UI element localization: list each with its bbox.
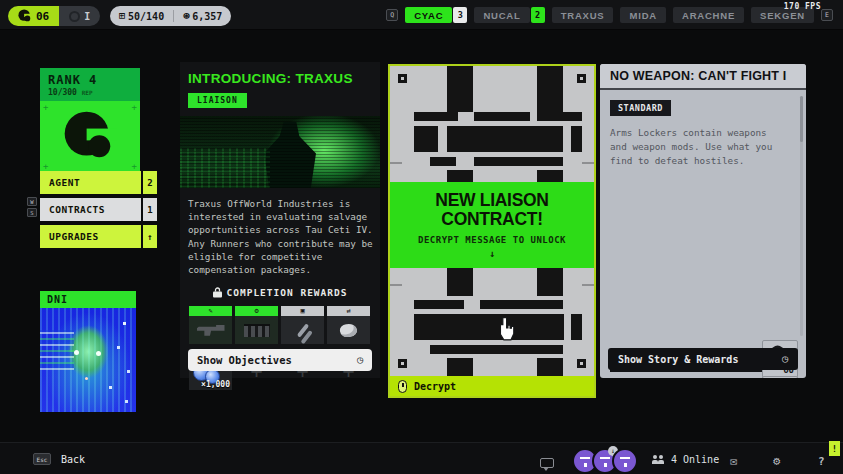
rank-header: RANK 4 10/300 REP <box>40 68 140 101</box>
mail-icon: ✉ <box>730 454 737 468</box>
finder-marker <box>577 359 586 368</box>
instance-label: I <box>84 11 90 22</box>
tab-arachne[interactable]: ARACHNE <box>673 7 744 23</box>
people-icon <box>652 455 665 465</box>
reward-tiles-row: ✎ ⚙ ▣ ⇄ <box>189 306 380 344</box>
finder-marker <box>398 359 407 368</box>
dni-header: DNI <box>40 291 136 308</box>
ring-icon <box>69 11 80 22</box>
sidebar-item-agent[interactable]: AGENT 2 <box>40 171 157 194</box>
show-objectives-button[interactable]: Show Objectives ◷ <box>188 349 372 371</box>
down-arrow-icon: ↓ <box>489 248 495 259</box>
marker-icon: ✎ <box>189 306 232 316</box>
chat-icon <box>540 458 554 468</box>
cyac-logo-icon <box>63 110 117 164</box>
rifle-item-icon <box>197 325 225 336</box>
contracts-badge: 1 <box>143 198 157 221</box>
dni-panel[interactable]: DNI <box>40 291 136 412</box>
mission-header: NO WEAPON: CAN'T FIGHT I <box>600 64 806 90</box>
finder-marker <box>577 74 586 83</box>
settings-button[interactable]: ⚙ <box>773 455 780 467</box>
mission-title: NO WEAPON: CAN'T FIGHT I <box>610 69 787 83</box>
back-button[interactable]: Esc Back <box>33 453 85 465</box>
online-count: 4 Online <box>671 454 719 465</box>
mouse-icon <box>398 380 407 393</box>
material-item-icon <box>339 323 358 338</box>
barcode-pattern <box>390 268 594 376</box>
glitch-overlay <box>40 330 74 370</box>
story-panel: INTRODUCING: TRAXUS LIAISON Traxus OffWo… <box>180 62 380 378</box>
alert-badge[interactable]: ! <box>829 441 840 456</box>
reward-tile-weapon[interactable]: ✎ <box>189 306 232 344</box>
gear-icon: ⚙ <box>773 454 780 468</box>
reward-tile-attachment[interactable]: ⚙ <box>235 306 278 344</box>
scrollbar-thumb[interactable] <box>800 96 803 142</box>
story-image <box>180 116 380 188</box>
barcode-top <box>390 66 594 182</box>
inventory-count: 50/140 <box>128 11 164 22</box>
contract-title: NEW LIAISON CONTRACT! <box>412 191 572 228</box>
top-bar: 06 I ⊞ 50/140 ⊛ 6,357 170 FPS Q CYAC 3 N… <box>0 0 843 30</box>
lock-icon <box>213 287 222 298</box>
mail-button[interactable]: ✉ <box>730 455 737 467</box>
reward-tile-material[interactable]: ⇄ <box>327 306 370 344</box>
faction-emblem: + + + + <box>40 101 140 173</box>
q-keycap: Q <box>386 9 398 21</box>
avatar-logo-icon <box>579 456 591 467</box>
chat-button[interactable] <box>540 458 554 468</box>
rank-rep: 10/300 REP <box>48 88 132 97</box>
show-story-rewards-button[interactable]: Show Story & Rewards ◷ <box>608 348 798 370</box>
online-status[interactable]: 4 Online <box>652 454 719 465</box>
sidebar-item-contracts[interactable]: CONTRACTS 1 <box>40 198 157 221</box>
reward-tile-ammo[interactable]: ▣ <box>281 306 324 344</box>
scrollbar[interactable] <box>800 96 803 336</box>
gear-icon: ⚙ <box>235 306 278 316</box>
agent-badge: 2 <box>143 171 157 194</box>
liaison-tag: LIAISON <box>188 93 247 108</box>
credits-icon: ⊛ <box>183 11 189 21</box>
grid-icon: ⊞ <box>119 11 125 21</box>
clock-icon: ◷ <box>357 355 363 365</box>
avatar-logo-icon <box>619 456 631 467</box>
upgrades-badge: ↑ <box>143 225 157 248</box>
story-title: INTRODUCING: TRAXUS <box>188 71 372 86</box>
story-body-text: Traxus OffWorld Industries is interested… <box>188 197 373 276</box>
contract-subtitle: DECRYPT MESSAGE TO UNLOCK <box>418 235 566 245</box>
w-keycap: W <box>27 197 37 206</box>
e-keycap: E <box>821 9 833 21</box>
barcode-pattern <box>390 66 594 182</box>
tab-traxus[interactable]: TRAXUS <box>552 7 614 23</box>
dni-portrait-image <box>40 308 136 412</box>
ammo-item-icon <box>296 323 308 337</box>
sidebar-item-upgrades[interactable]: UPGRADES ↑ <box>40 225 157 248</box>
stats-pill: ⊞ 50/140 ⊛ 6,357 <box>110 6 231 26</box>
credits-count: 6,357 <box>192 11 222 22</box>
contract-banner: NEW LIAISON CONTRACT! DECRYPT MESSAGE TO… <box>390 182 594 268</box>
squad-number: 06 <box>36 10 49 23</box>
credits-stat: ⊛ 6,357 <box>174 6 231 26</box>
attachment-item-icon <box>244 324 270 337</box>
help-button[interactable]: ? <box>818 456 825 467</box>
objective-reward-box: 60 <box>762 376 798 378</box>
mission-panel: NO WEAPON: CAN'T FIGHT I STANDARD Arms L… <box>600 64 806 378</box>
barcode-bottom <box>390 268 594 376</box>
decrypt-button[interactable]: Decrypt <box>390 376 594 396</box>
tab-nucal-badge: 2 <box>531 7 545 23</box>
squad-pill[interactable]: 06 I <box>8 6 100 26</box>
rank-panel: RANK 4 10/300 REP + + + + <box>40 68 140 173</box>
cyac-logo-icon <box>18 9 32 23</box>
instance-segment[interactable]: I <box>59 6 100 26</box>
tab-mida[interactable]: MIDA <box>620 7 665 23</box>
tab-cyac-badge: 3 <box>453 7 467 23</box>
tab-cyac[interactable]: CYAC 3 <box>405 7 467 23</box>
s-keycap: S <box>27 208 37 217</box>
tab-nucal[interactable]: NUCAL 2 <box>474 7 544 23</box>
finder-marker <box>398 74 407 83</box>
box-icon: ▣ <box>281 306 324 316</box>
encrypted-contract-card[interactable]: NEW LIAISON CONTRACT! DECRYPT MESSAGE TO… <box>388 64 596 398</box>
coin-amount: ×1,000 <box>201 380 230 389</box>
standard-tag: STANDARD <box>610 100 671 116</box>
mission-body-text: Arms Lockers contain weapons and weapon … <box>610 126 788 168</box>
party-avatar[interactable] <box>612 448 638 474</box>
squad-segment[interactable]: 06 <box>8 6 59 26</box>
